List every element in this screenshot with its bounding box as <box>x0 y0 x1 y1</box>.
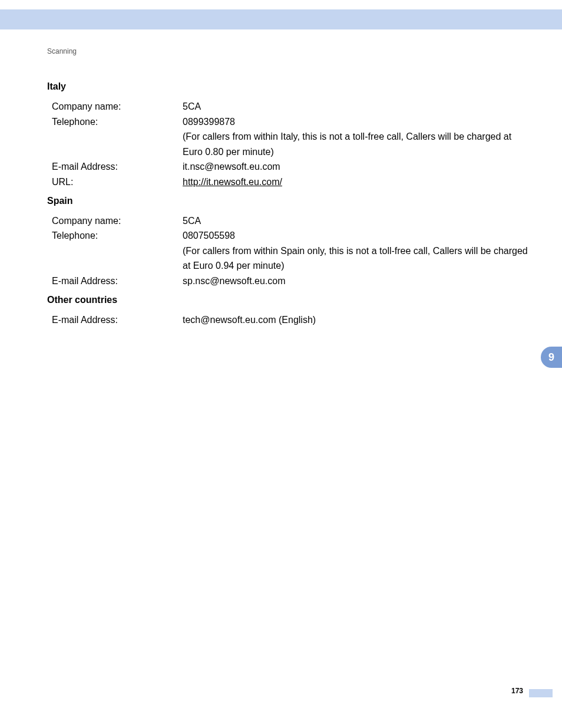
value-url: http://it.newsoft.eu.com/ <box>183 174 530 190</box>
value-email: sp.nsc@newsoft.eu.com <box>183 274 530 289</box>
label-blank <box>47 129 183 159</box>
value-telephone-note: (For callers from within Spain only, thi… <box>183 243 530 274</box>
label-email: E-mail Address: <box>47 159 183 174</box>
row-italy-telephone: Telephone: 0899399878 <box>47 114 530 130</box>
breadcrumb: Scanning <box>47 47 530 55</box>
row-spain-company: Company name: 5CA <box>47 213 530 229</box>
value-email: it.nsc@newsoft.eu.com <box>183 159 530 174</box>
row-spain-telephone: Telephone: 0807505598 <box>47 228 530 243</box>
label-url: URL: <box>47 174 183 190</box>
row-italy-url: URL: http://it.newsoft.eu.com/ <box>47 174 530 190</box>
value-telephone-note: (For callers from within Italy, this is … <box>183 129 530 159</box>
row-italy-company: Company name: 5CA <box>47 99 530 114</box>
section-heading-other: Other countries <box>47 295 530 305</box>
page-content: Scanning Italy Company name: 5CA Telepho… <box>47 47 530 327</box>
label-blank <box>47 243 183 274</box>
row-other-email: E-mail Address: tech@newsoft.eu.com (Eng… <box>47 312 530 328</box>
row-italy-email: E-mail Address: it.nsc@newsoft.eu.com <box>47 159 530 174</box>
label-email: E-mail Address: <box>47 312 183 328</box>
label-telephone: Telephone: <box>47 114 183 130</box>
label-company: Company name: <box>47 213 183 229</box>
value-email: tech@newsoft.eu.com (English) <box>183 312 530 328</box>
row-spain-email: E-mail Address: sp.nsc@newsoft.eu.com <box>47 274 530 289</box>
page-number: 173 <box>511 687 523 695</box>
section-heading-italy: Italy <box>47 81 530 92</box>
value-company: 5CA <box>183 213 530 229</box>
label-telephone: Telephone: <box>47 228 183 243</box>
value-company: 5CA <box>183 99 530 114</box>
chapter-tab: 9 <box>541 347 562 368</box>
footer-accent-bar <box>529 689 553 697</box>
url-link[interactable]: http://it.newsoft.eu.com/ <box>183 177 282 187</box>
label-company: Company name: <box>47 99 183 114</box>
label-email: E-mail Address: <box>47 274 183 289</box>
value-telephone: 0899399878 <box>183 114 530 130</box>
section-heading-spain: Spain <box>47 196 530 206</box>
top-band <box>0 9 562 29</box>
row-italy-telephone-note: (For callers from within Italy, this is … <box>47 129 530 159</box>
value-telephone: 0807505598 <box>183 228 530 243</box>
row-spain-telephone-note: (For callers from within Spain only, thi… <box>47 243 530 274</box>
